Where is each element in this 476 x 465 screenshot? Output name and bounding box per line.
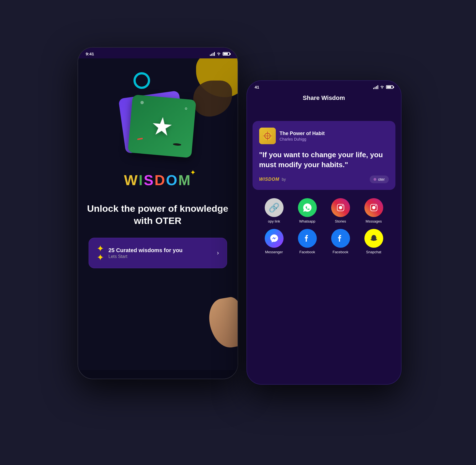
status-icons-phone2 — [373, 85, 393, 89]
snapchat-label: Snapchat — [366, 250, 381, 254]
copy-link-icon[interactable]: 🔗 — [265, 198, 284, 217]
share-item-snapchat[interactable]: Snapchat — [360, 229, 388, 254]
share-row-1: 🔗 opy link Whatsapp — [247, 195, 401, 226]
book-author: Charles Duhigg — [280, 137, 325, 141]
battery-icon — [223, 52, 230, 56]
stories-label: Stories — [335, 219, 346, 223]
svg-point-5 — [339, 206, 342, 209]
whatsapp-icon[interactable] — [298, 198, 317, 217]
share-item-messenger[interactable]: Messenger — [260, 229, 288, 254]
scene: 9:41 — [72, 25, 404, 440]
oter-badge: oter — [370, 175, 388, 183]
cta-subtitle: Lets Start — [109, 254, 213, 259]
phone-main: 9:41 — [78, 47, 238, 379]
messenger-label: Messenger — [265, 250, 283, 254]
phone-share: 41 Share Wisdom — [246, 80, 402, 385]
facebook-label-2: Facebook — [333, 250, 348, 254]
sparkles-icon: ✦✦ — [97, 244, 104, 262]
messages-label: Msssages — [366, 219, 382, 223]
messenger-icon[interactable] — [265, 229, 284, 248]
cta-button[interactable]: ✦✦ 25 Curated wisdoms for you Lets Start… — [89, 238, 227, 268]
quote-card: The Power of Habit Charles Duhigg "If yo… — [253, 121, 395, 190]
deco-teal-circle — [133, 72, 150, 89]
cards-illustration: 🎴 ★ — [116, 92, 199, 164]
wisdom-brand: WISDOM by — [259, 177, 286, 182]
card-front: ★ — [128, 94, 196, 158]
copy-link-label: opy link — [268, 219, 280, 223]
signal-icon-p2 — [373, 85, 378, 89]
sparkle-icon: ✦ — [190, 169, 196, 176]
book-header: The Power of Habit Charles Duhigg — [259, 128, 389, 144]
status-bar-phone1: 9:41 — [78, 48, 238, 58]
share-item-messages[interactable]: Msssages — [360, 198, 388, 223]
status-icons-phone1 — [210, 51, 230, 56]
oter-dot — [374, 178, 376, 181]
oter-text: oter — [378, 177, 385, 182]
share-item-copylink[interactable]: 🔗 opy link — [260, 198, 288, 223]
cta-title: 25 Curated wisdoms for you — [109, 247, 213, 254]
wifi-icon-p2 — [380, 85, 384, 89]
deco-hand — [206, 296, 238, 350]
headline-text: Unlock the power of knowledge with OTER — [78, 202, 238, 227]
book-cover — [259, 128, 276, 144]
time-phone2: 41 — [255, 85, 259, 89]
messages-icon[interactable] — [364, 198, 383, 217]
svg-point-8 — [372, 206, 375, 209]
stories-icon[interactable] — [331, 198, 350, 217]
battery-icon-p2 — [386, 85, 393, 89]
svg-point-6 — [342, 205, 343, 206]
quote-text: "If you want to change your life, you mu… — [259, 150, 389, 170]
share-item-facebook1[interactable]: Facebook — [294, 229, 321, 254]
snapchat-icon[interactable] — [364, 229, 383, 248]
facebook-label-1: Facebook — [299, 250, 315, 254]
facebook2-icon[interactable] — [331, 229, 350, 248]
whatsapp-label: Whatsapp — [299, 219, 315, 223]
wisdom-title: WISDOM ✦ — [124, 172, 192, 188]
share-row-2: Messenger Facebook Facebook — [247, 226, 401, 257]
star-icon: ★ — [150, 111, 174, 142]
time-phone1: 9:41 — [86, 51, 94, 56]
signal-icon — [210, 52, 215, 56]
share-item-stories[interactable]: Stories — [327, 198, 354, 223]
status-bar-phone2: 41 — [247, 81, 401, 92]
facebook-icon[interactable] — [298, 229, 317, 248]
phone1-content: 🎴 ★ WISDOM ✦ Unlock the power of knowled… — [78, 58, 238, 370]
share-header: Share Wisdom — [247, 92, 401, 107]
cta-text: 25 Curated wisdoms for you Lets Start — [109, 247, 213, 259]
svg-point-9 — [375, 205, 376, 206]
share-screen-title: Share Wisdom — [253, 94, 395, 102]
cta-arrow-icon: › — [217, 249, 219, 257]
share-item-facebook2[interactable]: Facebook — [327, 229, 354, 254]
wifi-icon — [217, 51, 221, 56]
book-info: The Power of Habit Charles Duhigg — [280, 131, 325, 141]
book-title: The Power of Habit — [280, 131, 325, 136]
share-item-whatsapp[interactable]: Whatsapp — [294, 198, 321, 223]
quote-footer: WISDOM by oter — [259, 175, 389, 183]
